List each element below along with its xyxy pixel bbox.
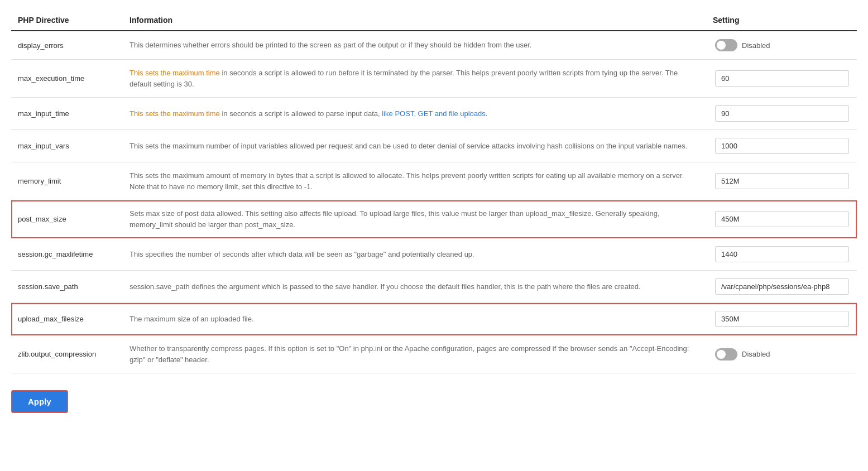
toggle-slider [715, 348, 737, 361]
setting-cell [706, 200, 857, 238]
table-row: display_errorsThis determines whether er… [11, 31, 857, 60]
directive-cell: post_max_size [11, 200, 123, 238]
info-cell: Whether to transparently compress pages.… [123, 335, 706, 373]
setting-cell [706, 162, 857, 200]
setting-cell [706, 238, 857, 271]
table-row: memory_limitThis sets the maximum amount… [11, 162, 857, 200]
setting-input[interactable] [715, 246, 849, 262]
toggle-label: Disabled [742, 41, 770, 50]
table-row: session.gc_maxlifetimeThis specifies the… [11, 238, 857, 271]
directive-cell: memory_limit [11, 162, 123, 200]
info-cell: This determines whether errors should be… [123, 31, 706, 60]
table-row: zlib.output_compressionWhether to transp… [11, 335, 857, 373]
setting-cell [706, 130, 857, 162]
setting-cell [706, 303, 857, 335]
setting-cell: Disabled [706, 335, 857, 373]
setting-cell [706, 60, 857, 98]
table-row: max_input_timeThis sets the maximum time… [11, 98, 857, 130]
info-cell: This sets the maximum time in seconds a … [123, 98, 706, 130]
toggle-container: Disabled [715, 348, 850, 361]
setting-input[interactable] [715, 70, 849, 86]
info-cell: session.save_path defines the argument w… [123, 271, 706, 303]
setting-input[interactable] [715, 311, 849, 327]
table-row: max_input_varsThis sets the maximum numb… [11, 130, 857, 162]
column-header-directive: PHP Directive [11, 11, 123, 31]
setting-cell [706, 98, 857, 130]
setting-input[interactable] [715, 211, 849, 227]
info-cell: Sets max size of post data allowed. This… [123, 200, 706, 238]
column-header-setting: Setting [706, 11, 857, 31]
setting-input[interactable] [715, 105, 849, 122]
directive-cell: session.gc_maxlifetime [11, 238, 123, 271]
directive-cell: max_execution_time [11, 60, 123, 98]
setting-cell [706, 271, 857, 303]
toggle-label: Disabled [742, 350, 770, 358]
setting-cell: Disabled [706, 31, 857, 60]
apply-section: Apply [11, 385, 857, 419]
toggle-slider [715, 39, 737, 51]
setting-input[interactable] [715, 278, 849, 295]
toggle-switch[interactable] [715, 348, 737, 361]
directive-cell: zlib.output_compression [11, 335, 123, 373]
toggle-container: Disabled [715, 39, 850, 51]
info-cell: The maximum size of an uploaded file. [123, 303, 706, 335]
table-row: upload_max_filesizeThe maximum size of a… [11, 303, 857, 335]
table-row: post_max_sizeSets max size of post data … [11, 200, 857, 238]
setting-input[interactable] [715, 173, 849, 189]
info-cell: This specifies the number of seconds aft… [123, 238, 706, 271]
table-row: max_execution_timeThis sets the maximum … [11, 60, 857, 98]
toggle-switch[interactable] [715, 39, 737, 51]
info-cell: This sets the maximum number of input va… [123, 130, 706, 162]
info-cell: This sets the maximum amount of memory i… [123, 162, 706, 200]
column-header-information: Information [123, 11, 706, 31]
directive-cell: max_input_vars [11, 130, 123, 162]
setting-input[interactable] [715, 138, 849, 154]
directive-cell: upload_max_filesize [11, 303, 123, 335]
directive-cell: session.save_path [11, 271, 123, 303]
directive-cell: max_input_time [11, 98, 123, 130]
table-row: session.save_pathsession.save_path defin… [11, 271, 857, 303]
info-cell: This sets the maximum time in seconds a … [123, 60, 706, 98]
directive-cell: display_errors [11, 31, 123, 60]
apply-button[interactable]: Apply [11, 390, 68, 413]
